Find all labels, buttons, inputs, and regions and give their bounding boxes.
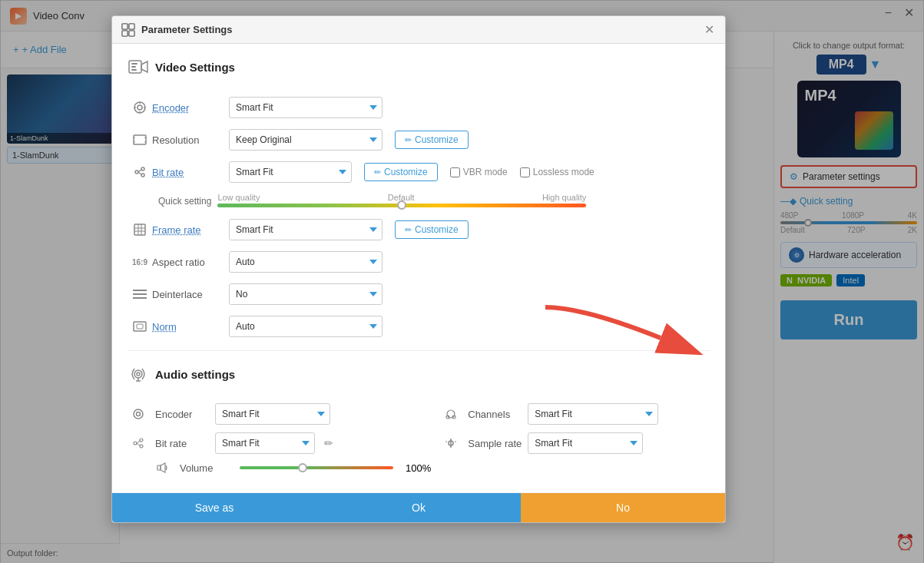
svg-rect-8 <box>131 69 137 71</box>
frame-rate-icon <box>128 223 152 237</box>
bitrate-checkbox-group: VBR mode Lossless mode <box>450 167 594 177</box>
svg-line-44 <box>137 441 140 443</box>
qs-thumb[interactable] <box>397 200 406 210</box>
deinterlace-icon <box>128 289 152 300</box>
bitrate-icon <box>128 165 152 179</box>
channels-label: Channels <box>468 409 522 420</box>
audio-bitrate-select[interactable]: Smart Fit <box>215 432 315 454</box>
video-settings-icon <box>128 56 149 78</box>
svg-rect-2 <box>122 30 128 35</box>
svg-rect-33 <box>134 322 146 331</box>
svg-rect-7 <box>131 66 136 68</box>
audio-settings-icon <box>128 363 149 385</box>
sample-rate-label: Sample rate <box>468 438 522 449</box>
svg-point-9 <box>134 102 145 113</box>
frame-rate-label[interactable]: Frame rate <box>152 224 229 236</box>
vbr-mode-checkbox[interactable] <box>450 167 460 177</box>
audio-bitrate-icon <box>128 437 149 449</box>
encoder-label[interactable]: Encoder <box>152 102 229 114</box>
audio-encoder-select[interactable]: Smart Fit <box>215 403 330 425</box>
bitrate-select[interactable]: Smart Fit <box>229 161 352 183</box>
deinterlace-label: Deinterlace <box>152 289 229 300</box>
svg-point-35 <box>134 370 142 378</box>
encoder-icon <box>128 101 152 114</box>
svg-rect-25 <box>134 224 145 235</box>
frame-rate-select[interactable]: Smart Fit <box>229 219 383 240</box>
sample-rate-row: Sample rate Smart Fit <box>440 432 710 454</box>
quick-setting-slider-container: Low quality Default High quality <box>217 193 586 209</box>
svg-point-41 <box>134 442 137 445</box>
svg-point-39 <box>134 409 143 419</box>
no-button[interactable]: No <box>521 493 725 522</box>
audio-form-grid: Encoder Smart Fit <box>128 403 710 474</box>
resolution-select[interactable]: Keep Original <box>229 129 383 151</box>
volume-track[interactable] <box>240 466 393 469</box>
aspect-ratio-row: 16:9 Aspect ratio Auto <box>128 250 710 273</box>
svg-point-10 <box>137 105 142 110</box>
svg-point-42 <box>140 439 143 442</box>
quick-setting-row: Quick setting Low quality Default High q… <box>128 193 710 209</box>
channels-icon <box>440 408 462 420</box>
parameter-settings-dialog: Parameter Settings ✕ Video Settings <box>111 15 726 523</box>
channels-row: Channels Smart Fit <box>440 403 710 425</box>
lossless-mode-checkbox[interactable] <box>520 167 530 177</box>
svg-rect-46 <box>157 465 161 470</box>
audio-bitrate-label: Bit rate <box>155 438 209 449</box>
vbr-mode-checkbox-label[interactable]: VBR mode <box>450 167 508 177</box>
audio-section-title: Audio settings <box>155 368 235 381</box>
svg-point-48 <box>447 410 455 418</box>
svg-point-20 <box>135 171 138 174</box>
audio-bitrate-edit-button[interactable]: ✏ <box>321 437 336 449</box>
svg-line-24 <box>138 172 141 174</box>
aspect-ratio-select[interactable]: Auto <box>229 251 383 273</box>
bitrate-customize-button[interactable]: ✏ Customize <box>364 163 438 181</box>
red-arrow-annotation <box>538 300 707 361</box>
audio-encoder-row: Encoder Smart Fit <box>128 403 431 425</box>
norm-select[interactable]: Auto <box>229 316 383 337</box>
svg-point-40 <box>137 412 141 416</box>
encoder-select[interactable]: Smart Fit <box>229 97 383 118</box>
svg-rect-1 <box>129 23 134 28</box>
svg-point-21 <box>141 167 144 171</box>
quick-setting-label: Quick setting <box>158 196 211 207</box>
svg-point-22 <box>141 174 144 177</box>
volume-label: Volume <box>180 462 233 474</box>
frame-rate-customize-button[interactable]: ✏ Customize <box>395 220 469 239</box>
encoder-row: Encoder Smart Fit <box>128 96 710 119</box>
qs-track[interactable] <box>217 204 586 207</box>
audio-bitrate-row: Bit rate Smart Fit ✏ <box>128 432 431 454</box>
video-section-title: Video Settings <box>155 61 235 74</box>
audio-section-header: Audio settings <box>128 363 710 391</box>
deinterlace-select[interactable]: No <box>229 283 383 305</box>
svg-marker-5 <box>141 61 147 72</box>
resolution-customize-button[interactable]: ✏ Customize <box>395 131 469 149</box>
ok-button[interactable]: Ok <box>316 493 521 522</box>
svg-rect-3 <box>129 30 134 35</box>
save-as-button[interactable]: Save as <box>112 493 316 522</box>
resolution-label: Resolution <box>152 134 229 146</box>
lossless-mode-checkbox-label[interactable]: Lossless mode <box>520 167 594 177</box>
dialog-close-button[interactable]: ✕ <box>703 22 716 37</box>
dialog-title-icon <box>121 23 135 37</box>
audio-left-column: Encoder Smart Fit <box>128 403 431 474</box>
volume-thumb[interactable] <box>298 463 307 472</box>
svg-point-36 <box>137 373 140 376</box>
norm-label[interactable]: Norm <box>152 321 229 333</box>
volume-percent: 100% <box>406 462 431 474</box>
bitrate-label[interactable]: Bit rate <box>152 167 229 178</box>
svg-point-43 <box>140 445 143 448</box>
frame-rate-row: Frame rate Smart Fit ✏ Customize <box>128 218 710 241</box>
dialog-footer: Save as Ok No <box>112 492 725 522</box>
resolution-icon <box>128 133 152 147</box>
channels-select[interactable]: Smart Fit <box>528 403 658 425</box>
svg-rect-6 <box>131 63 137 65</box>
svg-line-23 <box>138 170 141 172</box>
bitrate-row: Bit rate Smart Fit ✏ Customize VBR mode <box>128 161 710 184</box>
norm-icon <box>128 320 152 333</box>
svg-line-45 <box>137 443 140 445</box>
dialog-title: Parameter Settings <box>141 24 697 35</box>
audio-right-column: Channels Smart Fit S <box>440 403 710 474</box>
sample-rate-icon <box>440 437 462 449</box>
sample-rate-select[interactable]: Smart Fit <box>528 432 643 454</box>
svg-rect-0 <box>122 23 128 28</box>
